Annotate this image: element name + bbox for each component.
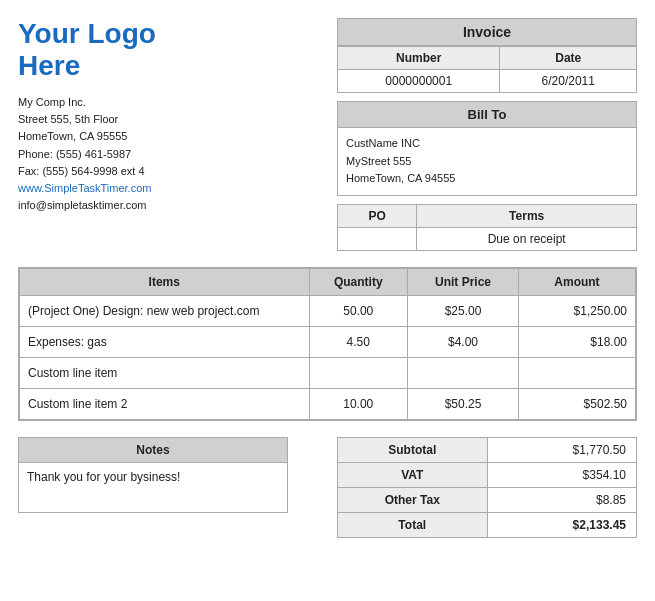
other-tax-label: Other Tax xyxy=(338,487,488,512)
invoice-date: 6/20/2011 xyxy=(500,70,637,93)
bill-to-line1: CustName INC xyxy=(346,135,628,153)
terms-label: Terms xyxy=(417,204,637,227)
company-fax: Fax: (555) 564-9998 ext 4 xyxy=(18,163,156,180)
item-description: Expenses: gas xyxy=(20,326,310,357)
company-info: My Comp Inc. Street 555, 5th Floor HomeT… xyxy=(18,94,156,213)
total-value: $2,133.45 xyxy=(487,512,637,537)
po-value xyxy=(338,227,417,250)
table-row: (Project One) Design: new web project.co… xyxy=(20,295,636,326)
po-terms-table: PO Terms Due on receipt xyxy=(337,204,637,251)
item-quantity xyxy=(309,357,408,388)
item-amount xyxy=(518,357,635,388)
terms-value: Due on receipt xyxy=(417,227,637,250)
top-section: Your Logo Here My Comp Inc. Street 555, … xyxy=(18,18,637,251)
company-email: info@simpletasktimer.com xyxy=(18,197,156,214)
other-tax-row: Other Tax $8.85 xyxy=(338,487,637,512)
item-unit-price xyxy=(408,357,519,388)
item-quantity: 10.00 xyxy=(309,388,408,419)
invoice-title: Invoice xyxy=(337,18,637,46)
invoice-number-date-table: Number Date 0000000001 6/20/2011 xyxy=(337,46,637,93)
notes-content: Thank you for your bysiness! xyxy=(18,463,288,513)
item-amount: $502.50 xyxy=(518,388,635,419)
total-row: Total $2,133.45 xyxy=(338,512,637,537)
company-phone: Phone: (555) 461-5987 xyxy=(18,146,156,163)
date-label: Date xyxy=(500,47,637,70)
logo-area: Your Logo Here My Comp Inc. Street 555, … xyxy=(18,18,156,214)
company-address2: HomeTown, CA 95555 xyxy=(18,128,156,145)
table-row: Expenses: gas4.50$4.00$18.00 xyxy=(20,326,636,357)
right-section: Invoice Number Date 0000000001 6/20/2011… xyxy=(337,18,637,251)
bill-to-title: Bill To xyxy=(337,101,637,128)
logo-text: Your Logo Here xyxy=(18,18,156,82)
subtotal-row: Subtotal $1,770.50 xyxy=(338,437,637,462)
bottom-section: Notes Thank you for your bysiness! Subto… xyxy=(18,437,637,538)
items-section: Items Quantity Unit Price Amount (Projec… xyxy=(18,267,637,421)
bill-to-line2: MyStreet 555 xyxy=(346,153,628,171)
item-unit-price: $4.00 xyxy=(408,326,519,357)
item-quantity: 50.00 xyxy=(309,295,408,326)
notes-title: Notes xyxy=(18,437,288,463)
subtotal-label: Subtotal xyxy=(338,437,488,462)
invoice-number: 0000000001 xyxy=(338,70,500,93)
vat-row: VAT $354.10 xyxy=(338,462,637,487)
item-unit-price: $25.00 xyxy=(408,295,519,326)
subtotal-value: $1,770.50 xyxy=(487,437,637,462)
bill-to-line3: HomeTown, CA 94555 xyxy=(346,170,628,188)
company-address1: Street 555, 5th Floor xyxy=(18,111,156,128)
total-label: Total xyxy=(338,512,488,537)
notes-box: Notes Thank you for your bysiness! xyxy=(18,437,288,513)
items-col-header: Items xyxy=(20,268,310,295)
item-amount: $1,250.00 xyxy=(518,295,635,326)
item-description: (Project One) Design: new web project.co… xyxy=(20,295,310,326)
logo-line2: Here xyxy=(18,50,80,81)
totals-table: Subtotal $1,770.50 VAT $354.10 Other Tax… xyxy=(337,437,637,538)
other-tax-value: $8.85 xyxy=(487,487,637,512)
company-name: My Comp Inc. xyxy=(18,94,156,111)
item-amount: $18.00 xyxy=(518,326,635,357)
vat-value: $354.10 xyxy=(487,462,637,487)
item-quantity: 4.50 xyxy=(309,326,408,357)
item-description: Custom line item 2 xyxy=(20,388,310,419)
items-table: Items Quantity Unit Price Amount (Projec… xyxy=(19,268,636,420)
unit-price-col-header: Unit Price xyxy=(408,268,519,295)
amount-col-header: Amount xyxy=(518,268,635,295)
logo-line1: Your Logo xyxy=(18,18,156,49)
vat-label: VAT xyxy=(338,462,488,487)
number-label: Number xyxy=(338,47,500,70)
item-description: Custom line item xyxy=(20,357,310,388)
item-unit-price: $50.25 xyxy=(408,388,519,419)
table-row: Custom line item 210.00$50.25$502.50 xyxy=(20,388,636,419)
table-row: Custom line item xyxy=(20,357,636,388)
company-website: www.SimpleTaskTimer.com xyxy=(18,180,156,197)
bill-to-box: CustName INC MyStreet 555 HomeTown, CA 9… xyxy=(337,128,637,196)
quantity-col-header: Quantity xyxy=(309,268,408,295)
po-label: PO xyxy=(338,204,417,227)
